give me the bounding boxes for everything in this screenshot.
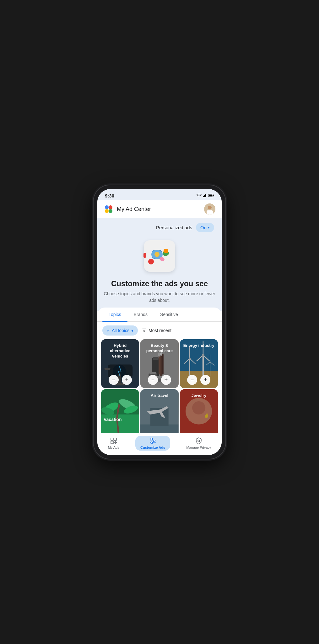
nav-customize-ads[interactable]: Customize Ads xyxy=(135,436,170,451)
dropdown-icon: ▾ xyxy=(131,328,133,333)
checkmark-icon: ✓ xyxy=(107,328,110,333)
svg-point-12 xyxy=(208,206,212,209)
filter-row: ✓ All topics ▾ Most recent xyxy=(97,322,222,339)
svg-rect-24 xyxy=(143,253,146,258)
app-header: My Ad Center xyxy=(97,200,222,218)
avatar[interactable] xyxy=(204,203,215,215)
content-area: Topics Brands Sensitive ✓ All topics ▾ M… xyxy=(97,308,222,433)
card-title-beauty: Beauty & personal care xyxy=(143,343,175,354)
more-button-beauty[interactable]: + xyxy=(161,375,171,385)
customize-ads-label: Customize Ads xyxy=(140,446,165,449)
topic-card-jewelry[interactable]: Jewelry xyxy=(180,389,218,433)
svg-point-19 xyxy=(154,252,160,257)
bottom-nav: My Ads Customize Ads xyxy=(97,433,222,455)
svg-rect-1 xyxy=(204,195,205,197)
hero-section: Personalized ads On ▾ xyxy=(97,218,222,311)
card-actions-energy: − + xyxy=(180,375,218,385)
svg-rect-14 xyxy=(207,210,213,215)
card-overlay xyxy=(101,389,139,433)
all-topics-button[interactable]: ✓ All topics ▾ xyxy=(102,325,138,336)
card-actions-hybrid: − + xyxy=(101,375,139,385)
card-title-hybrid: Hybrid alternative vehicles xyxy=(104,343,136,359)
less-button-beauty[interactable]: − xyxy=(148,375,158,385)
svg-point-20 xyxy=(148,259,154,264)
tabs-bar: Topics Brands Sensitive xyxy=(97,308,222,322)
svg-rect-5 xyxy=(214,195,214,196)
svg-rect-23 xyxy=(163,249,168,253)
card-actions-beauty: − + xyxy=(140,375,178,385)
tab-brands[interactable]: Brands xyxy=(127,308,154,321)
my-ads-label: My Ads xyxy=(108,446,119,449)
personalized-ads-toggle[interactable]: On ▾ xyxy=(196,223,214,232)
wifi-icon xyxy=(197,193,202,198)
signal-icon xyxy=(203,193,207,198)
header-title: My Ad Center xyxy=(117,206,151,213)
topic-card-airtravel[interactable]: Air travel xyxy=(140,389,178,433)
svg-rect-74 xyxy=(114,438,116,441)
svg-point-7 xyxy=(105,205,109,209)
svg-point-10 xyxy=(109,209,112,213)
topics-grid: Hybrid alternative vehicles − + xyxy=(97,339,222,433)
manage-privacy-label: Manage Privacy xyxy=(186,446,211,449)
status-bar: 9:30 xyxy=(97,189,222,200)
card-title-airtravel: Air travel xyxy=(143,393,175,398)
status-icons xyxy=(197,193,214,198)
hero-illustration xyxy=(134,237,185,279)
topic-card-beauty[interactable]: Beauty & personal care − + xyxy=(140,339,178,388)
less-button-energy[interactable]: − xyxy=(187,375,197,385)
card-title-energy: Energy industry xyxy=(183,343,215,348)
svg-point-82 xyxy=(198,441,199,441)
hero-subtitle: Choose topics and brands you want to see… xyxy=(104,291,215,304)
svg-point-9 xyxy=(105,209,109,213)
phone-screen: 9:30 xyxy=(97,189,222,455)
all-topics-label: All topics xyxy=(112,328,129,333)
svg-point-78 xyxy=(151,438,153,440)
topic-card-energy[interactable]: Energy industry − + xyxy=(180,339,218,388)
personalized-ads-row: Personalized ads On ▾ xyxy=(156,223,214,232)
manage-privacy-icon xyxy=(195,437,203,445)
on-label: On xyxy=(200,225,207,230)
card-title-vacation: Vacation xyxy=(104,417,136,422)
svg-point-80 xyxy=(151,442,153,444)
svg-rect-3 xyxy=(207,193,207,197)
topic-card-hybrid[interactable]: Hybrid alternative vehicles − + xyxy=(101,339,139,388)
less-button-hybrid[interactable]: − xyxy=(109,375,119,385)
customize-ads-icon xyxy=(149,437,157,445)
svg-rect-2 xyxy=(205,194,206,197)
tab-sensitive[interactable]: Sensitive xyxy=(154,308,184,321)
svg-rect-0 xyxy=(203,196,204,197)
more-button-energy[interactable]: + xyxy=(200,375,210,385)
topic-card-vacation[interactable]: Vacation xyxy=(101,389,139,433)
status-time: 9:30 xyxy=(105,193,114,198)
my-ads-icon xyxy=(110,437,117,445)
chevron-down-icon: ▾ xyxy=(208,225,210,230)
sort-icon xyxy=(142,328,147,334)
most-recent-button[interactable]: Most recent xyxy=(142,328,171,334)
nav-my-ads[interactable]: My Ads xyxy=(103,436,124,451)
header-left: My Ad Center xyxy=(104,204,151,214)
google-logo-icon xyxy=(104,204,114,214)
nav-manage-privacy[interactable]: Manage Privacy xyxy=(181,436,216,451)
personalized-ads-label: Personalized ads xyxy=(156,225,192,230)
sort-label: Most recent xyxy=(149,328,171,333)
svg-rect-73 xyxy=(111,438,113,441)
hero-title: Customize the ads you see xyxy=(111,279,208,288)
card-title-jewelry: Jewelry xyxy=(183,393,215,398)
tab-topics[interactable]: Topics xyxy=(102,308,127,321)
svg-point-8 xyxy=(109,205,112,209)
svg-rect-6 xyxy=(209,195,213,197)
battery-icon xyxy=(208,193,214,198)
more-button-hybrid[interactable]: + xyxy=(122,375,132,385)
svg-point-79 xyxy=(153,440,155,442)
phone-frame: 9:30 xyxy=(94,185,225,459)
